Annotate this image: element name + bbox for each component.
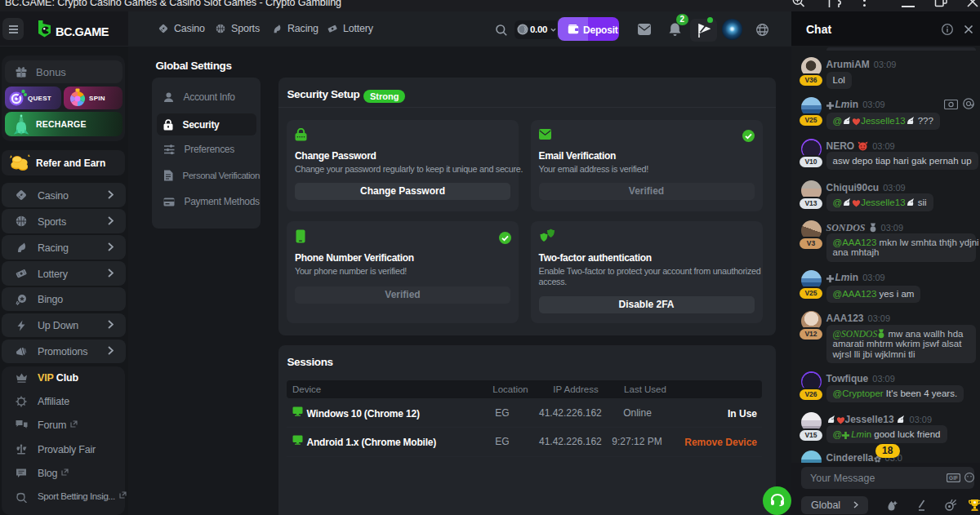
svg-text:GIF: GIF bbox=[949, 475, 958, 481]
